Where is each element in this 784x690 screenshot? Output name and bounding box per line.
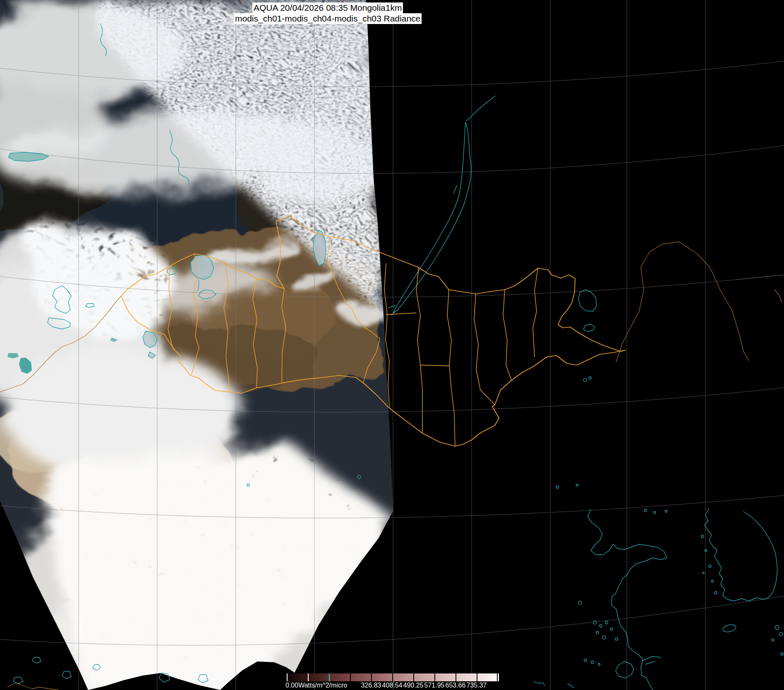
shandong-coast [616,656,661,678]
lake [576,484,578,486]
colorbar-tick [371,673,372,681]
colorbar-unit-label: 0.00Watts/m^2/micro [285,682,347,689]
colorbar-marker-tick [329,673,330,681]
lake-buir [583,324,595,332]
title-line-1: AQUA 20/04/2026 08:35 Mongolia1km [252,2,403,13]
colorbar-end-cap [498,673,499,681]
colorbar-tick [413,673,414,681]
lake [159,673,170,682]
colorbar-value: 408.54 [382,682,403,689]
colorbar-tick [287,673,288,681]
lake [32,657,41,663]
lake [13,677,23,684]
lake [589,377,591,379]
lake [583,378,587,382]
lake-baikal [388,122,471,315]
colorbar-tick [434,673,435,681]
border-fragment-sw [7,683,59,690]
korea-east-coast [743,512,777,599]
colorbar-tick [392,673,393,681]
border-fragment [774,290,782,302]
colorbar-tick [477,673,477,681]
colorbar-value: 735.37 [467,682,487,689]
colorbar-tick [308,673,309,681]
lake [62,671,71,679]
swath-imagery [0,0,414,690]
colorbar-value: 653.66 [446,682,466,689]
satellite-image-viewport: AQUA 20/04/2026 08:35 Mongolia1km modis_… [0,0,784,690]
lake [556,486,559,488]
title-line-2: modis_ch01-modis_ch04-modis_ch03 Radianc… [234,13,422,24]
colorbar-tick [350,673,351,681]
colorbar-value: 571.95 [424,682,445,689]
korea-west-coast [705,509,764,601]
satellite-scene [0,0,784,690]
islands [385,509,783,688]
china-coastline [588,510,667,690]
colorbar-labels: 0.00Watts/m^2/micro 326.83408.54490.2557… [285,682,517,689]
jeju-island [722,623,737,633]
river [467,96,495,121]
lake-hulun [578,290,597,311]
radiance-colorbar [285,673,499,681]
colorbar-value: 490.25 [403,682,424,689]
colorbar-tick [456,673,456,681]
russia-china-border [616,242,749,362]
colorbar-value: 326.83 [361,682,381,689]
